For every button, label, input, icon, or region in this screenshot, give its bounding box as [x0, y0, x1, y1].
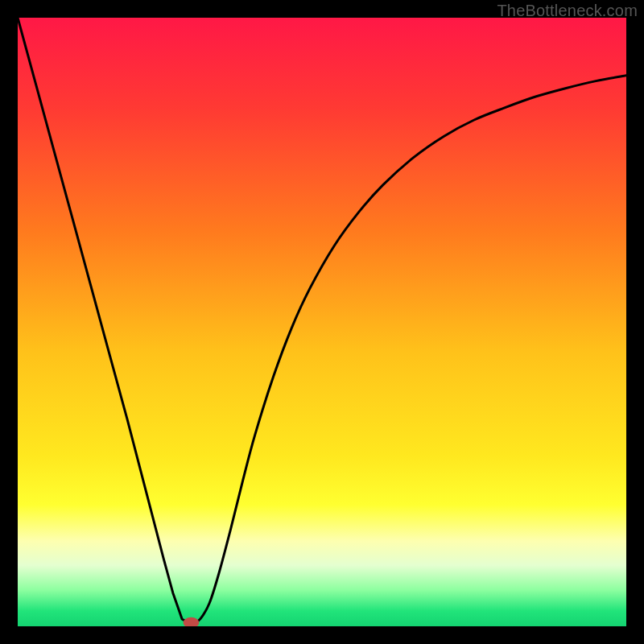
- bottleneck-chart: [18, 18, 626, 626]
- chart-frame: [18, 18, 626, 626]
- chart-background: [18, 18, 626, 626]
